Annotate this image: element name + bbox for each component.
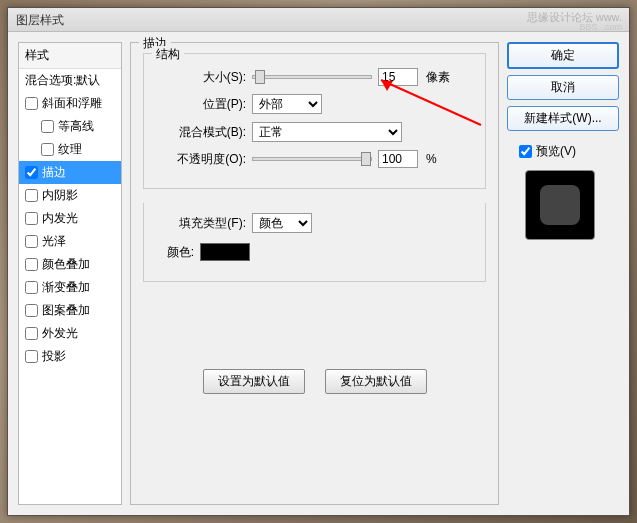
pattern-overlay-checkbox[interactable] xyxy=(25,304,38,317)
style-item-outer-glow[interactable]: 外发光 xyxy=(19,322,121,345)
blend-options-label: 混合选项:默认 xyxy=(25,72,100,89)
default-buttons-row: 设置为默认值 复位为默认值 xyxy=(131,369,498,394)
inner-glow-checkbox[interactable] xyxy=(25,212,38,225)
size-label: 大小(S): xyxy=(156,69,246,86)
color-row: 颜色: xyxy=(156,243,473,261)
preview-checkbox[interactable] xyxy=(519,145,532,158)
slider-thumb-icon[interactable] xyxy=(255,70,265,84)
styles-list: 样式 混合选项:默认 斜面和浮雕 等高线 纹理 描 xyxy=(18,42,122,505)
satin-checkbox[interactable] xyxy=(25,235,38,248)
size-unit: 像素 xyxy=(426,69,450,86)
structure-fieldset: 结构 大小(S): 像素 位置(P): 外部 混合模式(B): 正常 xyxy=(143,53,486,189)
gradient-overlay-checkbox[interactable] xyxy=(25,281,38,294)
position-row: 位置(P): 外部 xyxy=(156,94,473,114)
style-item-contour[interactable]: 等高线 xyxy=(19,115,121,138)
size-slider[interactable] xyxy=(252,75,372,79)
dialog-content: 样式 混合选项:默认 斜面和浮雕 等高线 纹理 描 xyxy=(8,32,629,515)
fill-type-select[interactable]: 颜色 xyxy=(252,213,312,233)
stroke-checkbox[interactable] xyxy=(25,166,38,179)
position-label: 位置(P): xyxy=(156,96,246,113)
opacity-slider[interactable] xyxy=(252,157,372,161)
blend-mode-select[interactable]: 正常 xyxy=(252,122,402,142)
drop-shadow-label: 投影 xyxy=(42,348,66,365)
layer-style-dialog: 图层样式 思缘设计论坛 www. BBS. .com 样式 混合选项:默认 斜面… xyxy=(7,7,630,516)
reset-default-button[interactable]: 复位为默认值 xyxy=(325,369,427,394)
style-item-pattern-overlay[interactable]: 图案叠加 xyxy=(19,299,121,322)
style-item-satin[interactable]: 光泽 xyxy=(19,230,121,253)
bevel-checkbox[interactable] xyxy=(25,97,38,110)
fill-type-label: 填充类型(F): xyxy=(156,215,246,232)
outer-glow-checkbox[interactable] xyxy=(25,327,38,340)
styles-panel: 样式 混合选项:默认 斜面和浮雕 等高线 纹理 描 xyxy=(18,42,122,505)
opacity-unit: % xyxy=(426,152,437,166)
pattern-overlay-label: 图案叠加 xyxy=(42,302,90,319)
color-swatch[interactable] xyxy=(200,243,250,261)
opacity-input[interactable] xyxy=(378,150,418,168)
inner-shadow-label: 内阴影 xyxy=(42,187,78,204)
styles-header: 样式 xyxy=(19,43,121,69)
right-panel: 确定 取消 新建样式(W)... 预览(V) xyxy=(507,42,619,505)
cancel-button[interactable]: 取消 xyxy=(507,75,619,100)
style-item-texture[interactable]: 纹理 xyxy=(19,138,121,161)
opacity-label: 不透明度(O): xyxy=(156,151,246,168)
fill-fieldset: 填充类型(F): 颜色 颜色: xyxy=(143,203,486,282)
preview-label: 预览(V) xyxy=(536,143,576,160)
titlebar-text: 图层样式 xyxy=(16,13,64,27)
style-item-gradient-overlay[interactable]: 渐变叠加 xyxy=(19,276,121,299)
texture-label: 纹理 xyxy=(58,141,82,158)
color-overlay-checkbox[interactable] xyxy=(25,258,38,271)
contour-label: 等高线 xyxy=(58,118,94,135)
size-row: 大小(S): 像素 xyxy=(156,68,473,86)
color-label: 颜色: xyxy=(156,244,194,261)
preview-toggle[interactable]: 预览(V) xyxy=(519,143,619,160)
style-item-inner-shadow[interactable]: 内阴影 xyxy=(19,184,121,207)
opacity-row: 不透明度(O): % xyxy=(156,150,473,168)
texture-checkbox[interactable] xyxy=(41,143,54,156)
blend-row: 混合模式(B): 正常 xyxy=(156,122,473,142)
stroke-label: 描边 xyxy=(42,164,66,181)
ok-button[interactable]: 确定 xyxy=(507,42,619,69)
bevel-label: 斜面和浮雕 xyxy=(42,95,102,112)
style-item-drop-shadow[interactable]: 投影 xyxy=(19,345,121,368)
set-default-button[interactable]: 设置为默认值 xyxy=(203,369,305,394)
slider-thumb-icon[interactable] xyxy=(361,152,371,166)
preview-box xyxy=(525,170,595,240)
gradient-overlay-label: 渐变叠加 xyxy=(42,279,90,296)
watermark2: BBS. .com xyxy=(579,22,622,32)
preview-swatch-icon xyxy=(540,185,580,225)
fill-type-row: 填充类型(F): 颜色 xyxy=(156,213,473,233)
color-overlay-label: 颜色叠加 xyxy=(42,256,90,273)
blend-mode-label: 混合模式(B): xyxy=(156,124,246,141)
stroke-fieldset: 描边 结构 大小(S): 像素 位置(P): 外部 混合模式(B): xyxy=(130,42,499,505)
inner-shadow-checkbox[interactable] xyxy=(25,189,38,202)
style-item-bevel[interactable]: 斜面和浮雕 xyxy=(19,92,121,115)
outer-glow-label: 外发光 xyxy=(42,325,78,342)
style-item-inner-glow[interactable]: 内发光 xyxy=(19,207,121,230)
position-select[interactable]: 外部 xyxy=(252,94,322,114)
style-item-color-overlay[interactable]: 颜色叠加 xyxy=(19,253,121,276)
contour-checkbox[interactable] xyxy=(41,120,54,133)
satin-label: 光泽 xyxy=(42,233,66,250)
blend-options-item[interactable]: 混合选项:默认 xyxy=(19,69,121,92)
new-style-button[interactable]: 新建样式(W)... xyxy=(507,106,619,131)
inner-glow-label: 内发光 xyxy=(42,210,78,227)
size-input[interactable] xyxy=(378,68,418,86)
drop-shadow-checkbox[interactable] xyxy=(25,350,38,363)
style-item-stroke[interactable]: 描边 xyxy=(19,161,121,184)
center-panel: 描边 结构 大小(S): 像素 位置(P): 外部 混合模式(B): xyxy=(130,42,499,505)
structure-title: 结构 xyxy=(152,46,184,63)
